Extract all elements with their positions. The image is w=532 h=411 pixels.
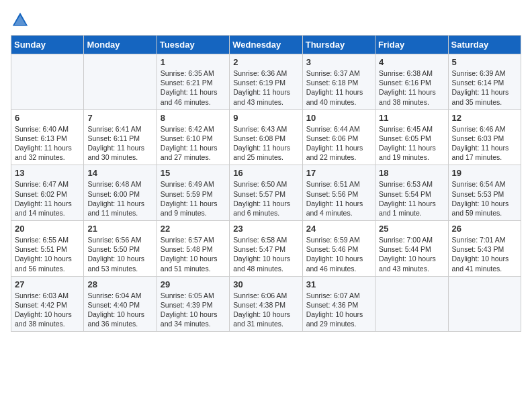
calendar-cell: 29Sunrise: 6:05 AMSunset: 4:39 PMDayligh… [157, 276, 229, 332]
calendar-cell: 8Sunrise: 6:42 AMSunset: 6:10 PMDaylight… [157, 109, 229, 165]
page-header [11, 11, 521, 30]
calendar-cell: 4Sunrise: 6:38 AMSunset: 6:16 PMDaylight… [375, 54, 448, 110]
day-number: 28 [87, 279, 152, 289]
calendar-cell: 20Sunrise: 6:55 AMSunset: 5:51 PMDayligh… [11, 221, 84, 277]
cell-info: Sunrise: 6:37 AMSunset: 6:18 PMDaylight:… [306, 68, 371, 107]
calendar-cell: 31Sunrise: 6:07 AMSunset: 4:36 PMDayligh… [302, 276, 375, 332]
day-number: 6 [15, 113, 80, 123]
day-number: 11 [379, 113, 444, 123]
calendar-cell: 21Sunrise: 6:56 AMSunset: 5:50 PMDayligh… [84, 221, 157, 277]
day-number: 26 [452, 224, 517, 234]
calendar-cell: 5Sunrise: 6:39 AMSunset: 6:14 PMDaylight… [448, 54, 521, 110]
cell-info: Sunrise: 7:00 AMSunset: 5:44 PMDaylight:… [379, 235, 444, 273]
calendar-row: 20Sunrise: 6:55 AMSunset: 5:51 PMDayligh… [11, 221, 521, 277]
calendar-cell: 26Sunrise: 7:01 AMSunset: 5:43 PMDayligh… [448, 221, 521, 277]
cell-info: Sunrise: 6:49 AMSunset: 5:59 PMDaylight:… [161, 179, 226, 218]
calendar-cell: 23Sunrise: 6:58 AMSunset: 5:47 PMDayligh… [230, 221, 302, 277]
cell-info: Sunrise: 6:07 AMSunset: 4:36 PMDaylight:… [306, 291, 371, 329]
cell-info: Sunrise: 6:51 AMSunset: 5:56 PMDaylight:… [306, 179, 371, 218]
logo-icon [11, 11, 30, 30]
calendar-row: 13Sunrise: 6:47 AMSunset: 6:02 PMDayligh… [11, 165, 521, 221]
calendar-cell: 30Sunrise: 6:06 AMSunset: 4:38 PMDayligh… [230, 276, 302, 332]
cell-info: Sunrise: 6:45 AMSunset: 6:05 PMDaylight:… [379, 124, 444, 163]
day-number: 3 [306, 57, 371, 67]
cell-info: Sunrise: 6:46 AMSunset: 6:03 PMDaylight:… [452, 124, 517, 163]
day-number: 24 [306, 224, 371, 234]
calendar-cell: 12Sunrise: 6:46 AMSunset: 6:03 PMDayligh… [448, 109, 521, 165]
calendar-cell: 28Sunrise: 6:04 AMSunset: 4:40 PMDayligh… [84, 276, 157, 332]
header-day-thursday: Thursday [302, 36, 375, 54]
calendar-cell: 2Sunrise: 6:36 AMSunset: 6:19 PMDaylight… [230, 54, 302, 110]
day-number: 8 [161, 113, 226, 123]
logo [11, 11, 32, 30]
header-day-monday: Monday [84, 36, 157, 54]
calendar-cell: 3Sunrise: 6:37 AMSunset: 6:18 PMDaylight… [302, 54, 375, 110]
calendar-cell: 19Sunrise: 6:54 AMSunset: 5:53 PMDayligh… [448, 165, 521, 221]
calendar-cell [375, 276, 448, 332]
day-number: 5 [452, 57, 517, 67]
calendar-cell: 13Sunrise: 6:47 AMSunset: 6:02 PMDayligh… [11, 165, 84, 221]
calendar-cell: 10Sunrise: 6:44 AMSunset: 6:06 PMDayligh… [302, 109, 375, 165]
day-number: 1 [161, 57, 226, 67]
day-number: 4 [379, 57, 444, 67]
calendar-cell: 9Sunrise: 6:43 AMSunset: 6:08 PMDaylight… [230, 109, 302, 165]
day-number: 21 [87, 224, 152, 234]
day-number: 7 [87, 113, 152, 123]
cell-info: Sunrise: 6:53 AMSunset: 5:54 PMDaylight:… [379, 179, 444, 218]
cell-info: Sunrise: 6:44 AMSunset: 6:06 PMDaylight:… [306, 124, 371, 163]
calendar-header: SundayMondayTuesdayWednesdayThursdayFrid… [11, 36, 521, 54]
header-day-wednesday: Wednesday [230, 36, 302, 54]
cell-info: Sunrise: 6:50 AMSunset: 5:57 PMDaylight:… [233, 179, 298, 218]
day-number: 9 [233, 113, 298, 123]
day-number: 2 [233, 57, 298, 67]
day-number: 25 [379, 224, 444, 234]
calendar-cell [11, 54, 84, 110]
cell-info: Sunrise: 6:03 AMSunset: 4:42 PMDaylight:… [15, 291, 80, 329]
calendar-cell: 6Sunrise: 6:40 AMSunset: 6:13 PMDaylight… [11, 109, 84, 165]
cell-info: Sunrise: 6:38 AMSunset: 6:16 PMDaylight:… [379, 68, 444, 107]
calendar-cell: 11Sunrise: 6:45 AMSunset: 6:05 PMDayligh… [375, 109, 448, 165]
calendar-cell: 25Sunrise: 7:00 AMSunset: 5:44 PMDayligh… [375, 221, 448, 277]
cell-info: Sunrise: 6:41 AMSunset: 6:11 PMDaylight:… [87, 124, 152, 163]
cell-info: Sunrise: 6:04 AMSunset: 4:40 PMDaylight:… [87, 291, 152, 329]
header-row: SundayMondayTuesdayWednesdayThursdayFrid… [11, 36, 521, 54]
cell-info: Sunrise: 6:56 AMSunset: 5:50 PMDaylight:… [87, 235, 152, 273]
cell-info: Sunrise: 7:01 AMSunset: 5:43 PMDaylight:… [452, 235, 517, 273]
cell-info: Sunrise: 6:47 AMSunset: 6:02 PMDaylight:… [15, 179, 80, 218]
day-number: 27 [15, 279, 80, 289]
cell-info: Sunrise: 6:05 AMSunset: 4:39 PMDaylight:… [161, 291, 226, 329]
cell-info: Sunrise: 6:54 AMSunset: 5:53 PMDaylight:… [452, 179, 517, 218]
calendar-cell: 17Sunrise: 6:51 AMSunset: 5:56 PMDayligh… [302, 165, 375, 221]
day-number: 23 [233, 224, 298, 234]
header-day-saturday: Saturday [448, 36, 521, 54]
calendar-cell: 14Sunrise: 6:48 AMSunset: 6:00 PMDayligh… [84, 165, 157, 221]
calendar-row: 6Sunrise: 6:40 AMSunset: 6:13 PMDaylight… [11, 109, 521, 165]
calendar-cell: 24Sunrise: 6:59 AMSunset: 5:46 PMDayligh… [302, 221, 375, 277]
calendar-cell: 22Sunrise: 6:57 AMSunset: 5:48 PMDayligh… [157, 221, 229, 277]
cell-info: Sunrise: 6:43 AMSunset: 6:08 PMDaylight:… [233, 124, 298, 163]
calendar-cell: 7Sunrise: 6:41 AMSunset: 6:11 PMDaylight… [84, 109, 157, 165]
calendar-cell: 18Sunrise: 6:53 AMSunset: 5:54 PMDayligh… [375, 165, 448, 221]
header-day-tuesday: Tuesday [157, 36, 229, 54]
day-number: 30 [233, 279, 298, 289]
calendar-cell: 1Sunrise: 6:35 AMSunset: 6:21 PMDaylight… [157, 54, 229, 110]
day-number: 18 [379, 168, 444, 178]
cell-info: Sunrise: 6:48 AMSunset: 6:00 PMDaylight:… [87, 179, 152, 218]
calendar-cell: 27Sunrise: 6:03 AMSunset: 4:42 PMDayligh… [11, 276, 84, 332]
calendar-cell: 15Sunrise: 6:49 AMSunset: 5:59 PMDayligh… [157, 165, 229, 221]
day-number: 14 [87, 168, 152, 178]
cell-info: Sunrise: 6:06 AMSunset: 4:38 PMDaylight:… [233, 291, 298, 329]
calendar-cell [84, 54, 157, 110]
day-number: 12 [452, 113, 517, 123]
header-day-friday: Friday [375, 36, 448, 54]
day-number: 17 [306, 168, 371, 178]
calendar-table: SundayMondayTuesdayWednesdayThursdayFrid… [11, 35, 521, 332]
day-number: 10 [306, 113, 371, 123]
day-number: 13 [15, 168, 80, 178]
calendar-cell: 16Sunrise: 6:50 AMSunset: 5:57 PMDayligh… [230, 165, 302, 221]
calendar-cell [448, 276, 521, 332]
day-number: 15 [161, 168, 226, 178]
day-number: 31 [306, 279, 371, 289]
cell-info: Sunrise: 6:55 AMSunset: 5:51 PMDaylight:… [15, 235, 80, 273]
cell-info: Sunrise: 6:42 AMSunset: 6:10 PMDaylight:… [161, 124, 226, 163]
